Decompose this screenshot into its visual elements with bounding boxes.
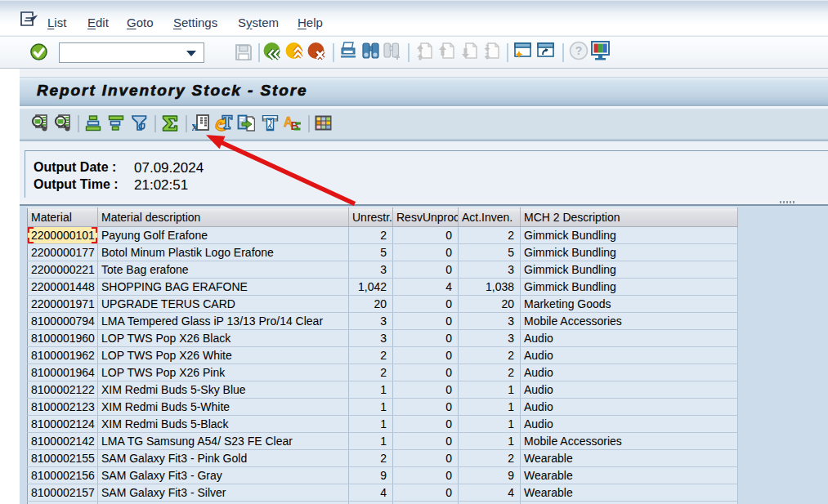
svg-text:x: x	[192, 118, 199, 132]
svg-text:?: ?	[575, 44, 583, 57]
